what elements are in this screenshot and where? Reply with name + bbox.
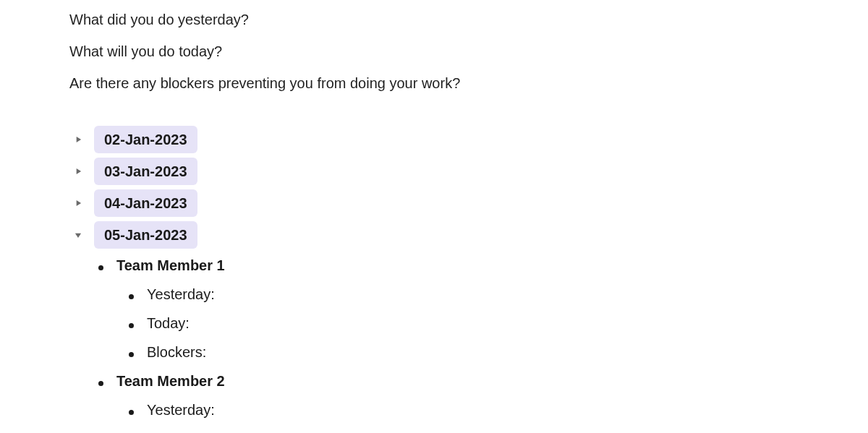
chevron-right-icon (69, 131, 87, 148)
intro-question-2: What will you do today? (69, 40, 868, 62)
date-toggle-list: 02-Jan-2023 03-Jan-2023 04-Jan-2023 05-J… (69, 126, 868, 421)
chevron-right-icon (69, 194, 87, 212)
date-toggle-04-jan[interactable]: 04-Jan-2023 (69, 189, 868, 217)
bullet-icon (98, 381, 103, 386)
date-label: 04-Jan-2023 (94, 189, 197, 217)
intro-question-1: What did you do yesterday? (69, 9, 868, 30)
list-item[interactable]: Team Member 2 (98, 370, 868, 392)
bullet-icon (129, 323, 134, 328)
date-label: 03-Jan-2023 (94, 158, 197, 185)
list-item[interactable]: Blockers: (129, 341, 868, 363)
date-toggle-05-jan[interactable]: 05-Jan-2023 (69, 221, 868, 249)
bullet-icon (129, 352, 134, 357)
field-today: Today: (147, 312, 190, 334)
expanded-date-content: Team Member 1 Yesterday: Today: Blockers… (98, 254, 868, 421)
chevron-right-icon (69, 163, 87, 180)
date-toggle-02-jan[interactable]: 02-Jan-2023 (69, 126, 868, 153)
list-item[interactable]: Team Member 1 (98, 254, 868, 276)
bullet-icon (98, 265, 103, 270)
field-yesterday: Yesterday: (147, 399, 215, 421)
date-label: 02-Jan-2023 (94, 126, 197, 153)
list-item[interactable]: Yesterday: (129, 283, 868, 305)
list-item[interactable]: Today: (129, 312, 868, 334)
date-toggle-03-jan[interactable]: 03-Jan-2023 (69, 158, 868, 185)
date-label: 05-Jan-2023 (94, 221, 197, 249)
team-member-name: Team Member 1 (116, 254, 225, 276)
bullet-icon (129, 294, 134, 299)
chevron-down-icon (69, 226, 87, 244)
intro-question-3: Are there any blockers preventing you fr… (69, 72, 868, 94)
field-yesterday: Yesterday: (147, 283, 215, 305)
bullet-icon (129, 410, 134, 415)
team-member-name: Team Member 2 (116, 370, 225, 392)
list-item[interactable]: Yesterday: (129, 399, 868, 421)
field-blockers: Blockers: (147, 341, 206, 363)
